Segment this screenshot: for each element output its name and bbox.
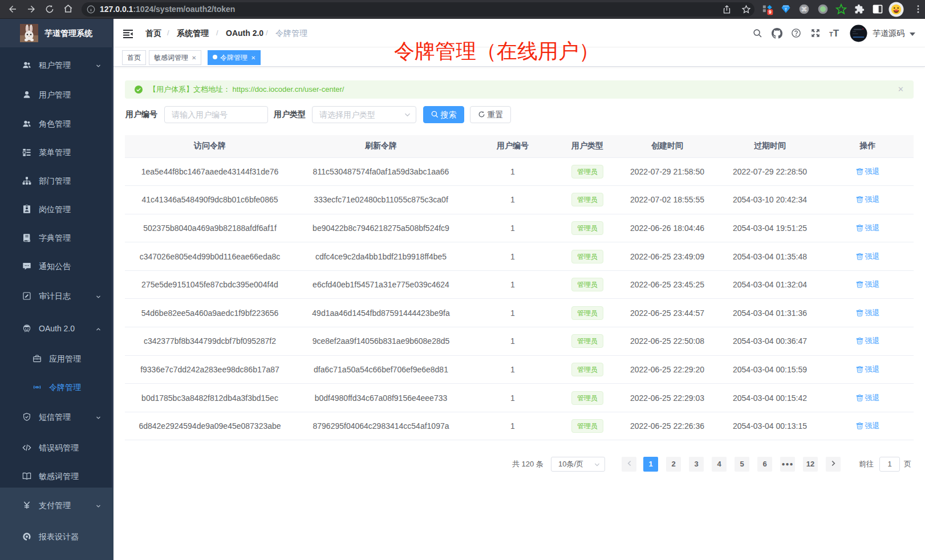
svg-text:9: 9 [769, 9, 772, 15]
svg-text:⌘: ⌘ [801, 6, 808, 13]
svg-text:a: a [36, 385, 38, 389]
